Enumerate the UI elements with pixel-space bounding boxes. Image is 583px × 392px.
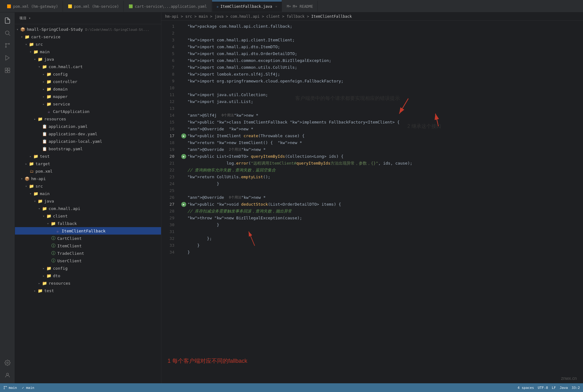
sidebar-tree-item[interactable]: 📁 main	[15, 190, 161, 197]
sidebar-tree-item[interactable]: 📁 target	[15, 160, 161, 167]
tree-item-label: domain	[53, 87, 68, 91]
sidebar-tree-item[interactable]: 📁 resources	[15, 115, 161, 123]
tree-arrow-icon[interactable]	[41, 86, 46, 91]
sidebar-tree-item[interactable]: 📁 controller	[15, 78, 161, 85]
sidebar-tree-item[interactable]: ⓘ UserClient	[15, 257, 161, 264]
sidebar-tree-item[interactable]: ⓘ TradeClient	[15, 250, 161, 257]
code-line: "kw">import java.util.Collection;	[181, 91, 579, 98]
tree-arrow-icon[interactable]	[37, 64, 42, 69]
tree-arrow-icon[interactable]	[41, 101, 46, 106]
sidebar-tree-item[interactable]: 📁 com.hmall.api	[15, 205, 161, 212]
tab-readme[interactable]: M+ M+ README	[282, 1, 318, 12]
activity-search[interactable]	[2, 27, 13, 39]
tree-folder-icon: ⓘ	[50, 236, 56, 241]
activity-git[interactable]	[2, 40, 13, 51]
sidebar-tree-item[interactable]: 📁 client	[15, 212, 161, 220]
tree-arrow-icon[interactable]	[32, 288, 37, 293]
bottom-linesep[interactable]: LF	[552, 386, 556, 390]
sidebar-tree-item[interactable]: 📁 java	[15, 55, 161, 63]
tab-item-fallback[interactable]: ☕ ItemClientFallback.java ✕	[212, 1, 282, 12]
sidebar-tree-item[interactable]: ☕ ItemClientFallback	[15, 227, 161, 235]
tree-item-label: dto	[53, 273, 60, 278]
svg-rect-7	[5, 68, 7, 70]
sidebar-tree-item[interactable]: 📦 hmall-SpringCloud-Study D:\Code\hmall-…	[15, 26, 161, 33]
close-tab-icon[interactable]: ✕	[275, 5, 277, 8]
sidebar-tree-item[interactable]: 📋 application-local.yaml	[15, 138, 161, 145]
sidebar-tree-item[interactable]: 📁 config	[15, 264, 161, 272]
tree-arrow-icon[interactable]	[24, 42, 29, 47]
tab-pom-gateway[interactable]: 🟧 pom.xml (hm-gateway)	[2, 1, 63, 12]
tree-item-label: application-local.yaml	[49, 139, 102, 144]
tree-arrow-icon[interactable]	[45, 221, 50, 226]
sidebar-tree-item[interactable]: 🗂 pom.xml	[15, 167, 161, 175]
tree-arrow-icon[interactable]	[28, 191, 33, 196]
sidebar-tree-item[interactable]: 📁 resources	[15, 279, 161, 287]
tree-arrow-icon[interactable]	[37, 281, 42, 286]
code-line: "kw">import com.hmall.api.dto.ItemDTO;	[181, 44, 579, 50]
tree-arrow-icon[interactable]	[41, 273, 46, 278]
tree-folder-icon: 📁	[37, 198, 43, 204]
tab-cart-yaml[interactable]: 🟩 cart-service\...application.yaml	[124, 1, 211, 12]
tree-arrow-icon[interactable]	[32, 116, 37, 121]
tree-arrow-icon[interactable]	[19, 34, 24, 39]
svg-point-15	[4, 388, 4, 389]
code-editor[interactable]: "kw">package com.hmall.api.client.fallba…	[178, 21, 583, 383]
sidebar-tree-item[interactable]: 📁 cart-service	[15, 33, 161, 40]
tree-arrow-icon[interactable]	[37, 206, 42, 211]
project-label[interactable]: 项目 ▾	[19, 16, 31, 21]
activity-files[interactable]	[2, 15, 13, 26]
sidebar-tree-item[interactable]: 📁 service	[15, 100, 161, 108]
activity-settings[interactable]	[2, 357, 13, 368]
sidebar-tree-item[interactable]: 📁 test	[15, 152, 161, 160]
tree-arrow-icon[interactable]	[32, 198, 37, 203]
tree-arrow-icon[interactable]	[28, 154, 33, 159]
tree-item-label: main	[40, 49, 50, 54]
sidebar-tree-item[interactable]: 📁 test	[15, 287, 161, 294]
activity-run[interactable]	[2, 52, 13, 63]
tree-arrow-icon[interactable]	[28, 49, 33, 54]
tab-pom-service[interactable]: 🟨 pom.xml (hm-service)	[64, 1, 124, 12]
tree-arrow-icon[interactable]	[24, 161, 29, 166]
sidebar-tree-item[interactable]: 📋 application.yaml	[15, 123, 161, 130]
tree-arrow-icon[interactable]	[41, 213, 46, 218]
tree-arrow-icon[interactable]	[41, 72, 46, 77]
bottom-position[interactable]: 33:2	[572, 386, 580, 390]
sidebar-tree-item[interactable]: 📁 config	[15, 70, 161, 78]
sidebar-tree-item[interactable]: 📋 bootstrap.yaml	[15, 145, 161, 152]
tree-item-label: mapper	[53, 94, 68, 99]
sidebar-tree-item[interactable]: 📁 dto	[15, 272, 161, 279]
tree-arrow-icon[interactable]	[41, 266, 46, 271]
sidebar-tree[interactable]: 📦 hmall-SpringCloud-Study D:\Code\hmall-…	[15, 24, 161, 383]
sidebar-tree-item[interactable]: ☕ CartApplication	[15, 108, 161, 115]
tree-arrow-icon[interactable]	[41, 94, 46, 99]
tree-arrow-icon[interactable]	[41, 79, 46, 84]
bottom-encoding[interactable]: UTF-8	[538, 386, 548, 390]
sidebar-tree-item[interactable]: ⓘ CartClient	[15, 235, 161, 242]
sidebar-tree-item[interactable]: 📁 src	[15, 182, 161, 190]
sidebar-tree-item[interactable]: 📁 src	[15, 40, 161, 48]
bottom-status[interactable]: ✓ main	[22, 386, 35, 390]
code-line: "kw">throw "kw">new BizIllegalException(…	[181, 215, 579, 222]
sidebar-tree-item[interactable]: 📁 fallback	[15, 220, 161, 227]
tree-arrow-icon[interactable]	[19, 176, 24, 181]
svg-marker-6	[6, 56, 9, 60]
tree-folder-icon: 📁	[42, 64, 47, 69]
tree-item-label: hm-api	[31, 176, 46, 181]
sidebar-tree-item[interactable]: 📋 application-dev.yaml	[15, 130, 161, 138]
tree-arrow-icon[interactable]	[32, 57, 37, 62]
activity-extensions[interactable]	[2, 65, 13, 76]
sidebar-tree-item[interactable]: 📁 main	[15, 48, 161, 55]
sidebar-tree-item[interactable]: 📁 domain	[15, 85, 161, 93]
bottom-filetype[interactable]: Java	[560, 386, 568, 390]
sidebar-tree-item[interactable]: ⓘ ItemClient	[15, 242, 161, 250]
sidebar-tree-item[interactable]: 📁 mapper	[15, 93, 161, 100]
activity-person[interactable]	[2, 370, 13, 381]
tree-item-label: main	[40, 191, 50, 196]
sidebar-tree-item[interactable]: 📁 java	[15, 197, 161, 205]
tree-arrow-icon[interactable]	[24, 184, 29, 189]
bottom-indent[interactable]: 4 spaces	[518, 386, 534, 390]
sidebar-tree-item[interactable]: 📁 com.hmall.cart	[15, 63, 161, 70]
bottom-branch[interactable]: main	[3, 385, 17, 390]
tree-arrow-icon[interactable]	[15, 27, 20, 32]
sidebar-tree-item[interactable]: 📦 hm-api	[15, 175, 161, 182]
